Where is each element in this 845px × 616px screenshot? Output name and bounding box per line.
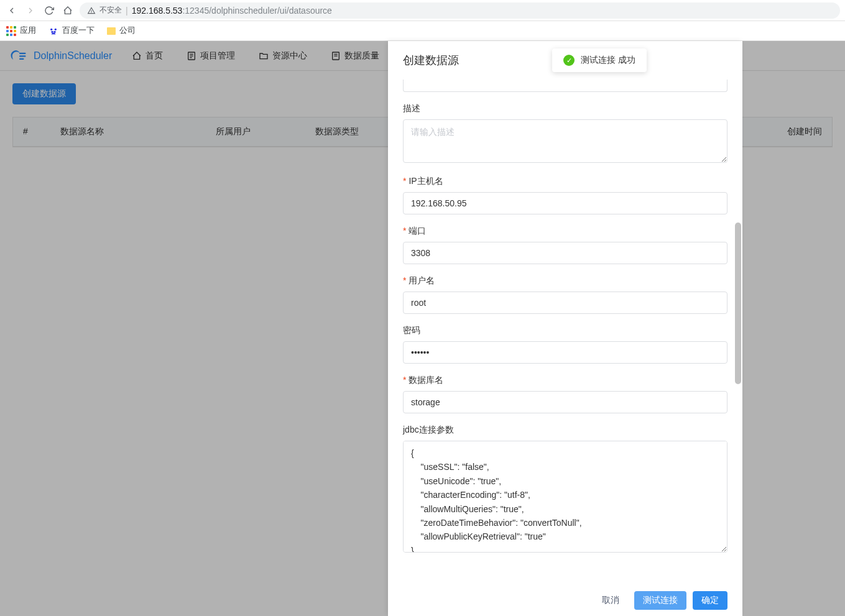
drawer-body: 描述 *IP主机名 *端口 *用户名 密码 *数据库名 jdbc连接参数 xyxy=(388,80,742,160)
warning-icon xyxy=(87,6,96,15)
label-description: 描述 xyxy=(403,103,727,114)
bookmark-company[interactable]: 公司 xyxy=(107,25,136,36)
folder-icon xyxy=(107,27,116,35)
toast-text: 测试连接 成功 xyxy=(581,55,635,66)
previous-field-partial[interactable] xyxy=(403,80,727,92)
svg-point-2 xyxy=(51,30,53,32)
browser-toolbar: 不安全 | 192.168.5.53:12345/dolphinschedule… xyxy=(0,0,845,21)
create-datasource-drawer: 创建数据源 ✓ 测试连接 成功 描述 *IP主机名 *端口 *用户名 密码 xyxy=(388,41,742,160)
apps-icon xyxy=(6,26,16,36)
bookmark-apps[interactable]: 应用 xyxy=(6,25,36,36)
description-textarea[interactable] xyxy=(403,119,727,160)
bookmarks-bar: 应用 百度一下 公司 xyxy=(0,21,845,41)
back-button[interactable] xyxy=(5,4,19,17)
drawer-scrollbar[interactable] xyxy=(734,80,742,160)
forward-button[interactable] xyxy=(24,4,37,17)
svg-point-3 xyxy=(53,30,55,32)
address-bar[interactable]: 不安全 | 192.168.5.53:12345/dolphinschedule… xyxy=(80,2,840,19)
success-toast: ✓ 测试连接 成功 xyxy=(552,48,647,72)
insecure-label: 不安全 xyxy=(99,5,122,16)
check-icon: ✓ xyxy=(563,55,575,66)
url-text: 192.168.5.53:12345/dolphinscheduler/ui/d… xyxy=(132,6,332,16)
reload-button[interactable] xyxy=(42,4,56,17)
drawer-title: 创建数据源 xyxy=(403,53,459,68)
paw-icon xyxy=(48,26,58,36)
bookmark-baidu[interactable]: 百度一下 xyxy=(48,25,95,36)
svg-point-0 xyxy=(50,28,52,30)
svg-point-1 xyxy=(55,28,57,30)
home-button[interactable] xyxy=(61,4,75,17)
